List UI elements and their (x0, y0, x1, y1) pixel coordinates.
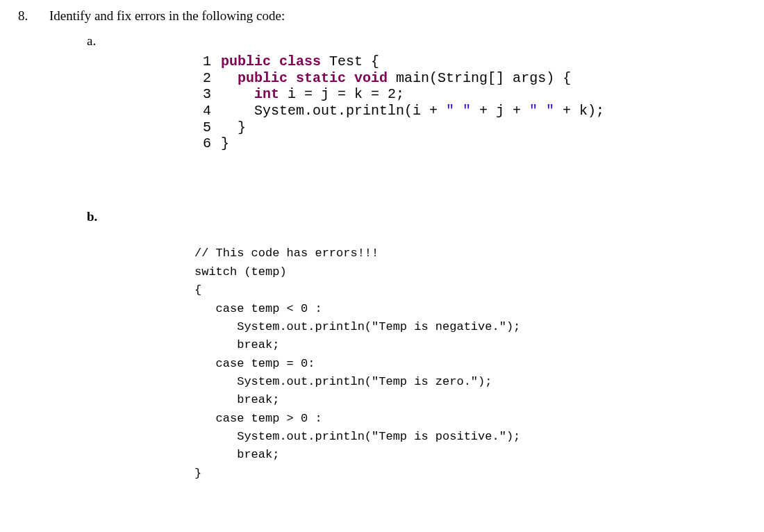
break-line: break; (194, 338, 279, 351)
case-line: case temp = 0: (194, 357, 315, 370)
class-decl: Test { (321, 53, 379, 69)
question-row: 8. Identify and fix errors in the follow… (14, 7, 750, 25)
print-pre: System.out.println(i + (221, 103, 446, 119)
string-literal: "Temp is zero." (372, 375, 478, 388)
code-block-a: 1public class Test { 2 public static voi… (194, 53, 750, 152)
comment: // This code has errors!!! (194, 247, 379, 260)
println-post: ); (506, 320, 520, 333)
line-number: 4 (194, 103, 211, 119)
var-decl: i = j = k = 2; (279, 86, 404, 102)
close-brace: } (221, 119, 246, 135)
println-post: ); (478, 375, 492, 388)
line-number: 3 (194, 86, 211, 103)
question-number: 8. (14, 7, 49, 25)
print-mid: + j + (471, 103, 529, 119)
keyword-public: public (221, 53, 271, 69)
close-brace: } (221, 135, 229, 151)
part-b-label: b. (87, 208, 122, 226)
part-a-row: a. (87, 32, 750, 50)
println-pre: System.out.println( (194, 375, 372, 388)
part-b-row: b. (87, 208, 750, 226)
page: 8. Identify and fix errors in the follow… (0, 0, 764, 510)
switch-line: switch (temp) (194, 265, 287, 279)
keyword-static: static (296, 70, 346, 86)
line-number: 5 (194, 119, 211, 136)
println-pre: System.out.println( (194, 320, 372, 333)
println-post: ); (506, 430, 520, 443)
string-literal: "Temp is positive." (372, 430, 506, 443)
line-number: 1 (194, 53, 211, 70)
break-line: break; (194, 393, 279, 406)
keyword-void: void (354, 70, 388, 86)
keyword-class: class (279, 53, 321, 69)
print-post: + k); (554, 103, 604, 119)
string-literal: " " (529, 103, 554, 119)
parts-container: a. 1public class Test { 2 public static … (87, 32, 750, 483)
line-number: 2 (194, 70, 211, 87)
spacer (87, 152, 750, 201)
case-line: case temp < 0 : (194, 302, 322, 315)
open-brace: { (194, 283, 201, 297)
part-a-label: a. (87, 32, 122, 50)
question-prompt: Identify and fix errors in the following… (49, 7, 285, 25)
main-sig: main(String[] args) { (388, 70, 571, 86)
case-line: case temp > 0 : (194, 412, 322, 425)
code-block-b: // This code has errors!!! switch (temp)… (194, 244, 750, 482)
line-number: 6 (194, 135, 211, 152)
println-pre: System.out.println( (194, 430, 372, 443)
string-literal: "Temp is negative." (372, 320, 506, 333)
string-literal: " " (446, 103, 471, 119)
break-line: break; (194, 448, 279, 461)
keyword-public: public (238, 70, 288, 86)
keyword-int: int (254, 86, 279, 102)
close-brace: } (194, 467, 201, 480)
